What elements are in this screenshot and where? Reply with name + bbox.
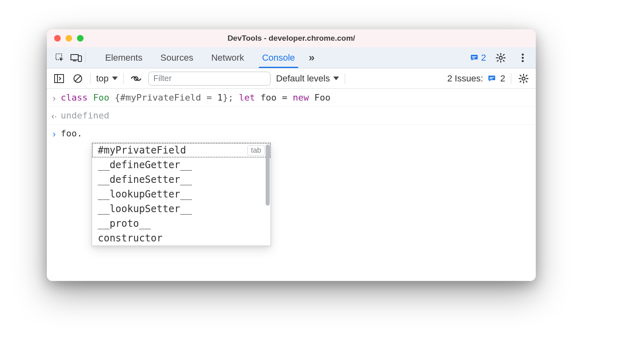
context-label: top: [96, 73, 109, 84]
svg-rect-4: [472, 56, 476, 57]
tab-hint: tab: [247, 145, 265, 156]
code-token: 1: [217, 92, 222, 103]
svg-rect-3: [78, 56, 81, 61]
autocomplete-item[interactable]: __lookupSetter__: [92, 202, 271, 216]
chat-icon: [470, 53, 479, 62]
window-title: DevTools - developer.chrome.com/: [47, 34, 536, 43]
autocomplete-item-label: __defineGetter__: [98, 159, 192, 171]
separator: [85, 53, 86, 63]
code-token: let: [239, 92, 260, 103]
chat-icon: [487, 74, 496, 83]
code-token: };: [222, 92, 239, 103]
autocomplete-item[interactable]: #myPrivateFieldtab: [92, 143, 271, 158]
separator: [123, 73, 124, 84]
svg-point-17: [522, 77, 525, 80]
chevron-down-icon: [112, 77, 118, 80]
autocomplete-item-label: #myPrivateField: [98, 145, 186, 156]
svg-rect-1: [71, 55, 78, 60]
console-subbar: top Default levels 2 Issues: 2: [47, 68, 536, 89]
svg-point-9: [522, 60, 524, 62]
device-toolbar-icon[interactable]: [69, 50, 84, 65]
devtools-window: DevTools - developer.chrome.com/ Element…: [47, 29, 536, 281]
autocomplete-item-label: __defineSetter__: [98, 174, 192, 185]
window-titlebar: DevTools - developer.chrome.com/: [47, 29, 536, 47]
console-result-row: ‹· undefined: [47, 107, 536, 125]
output-chevron-icon: ‹·: [50, 109, 58, 123]
autocomplete-item[interactable]: constructor: [92, 231, 271, 246]
code-line: class Foo {#myPrivateField = 1}; let foo…: [61, 90, 330, 105]
settings-icon[interactable]: [493, 50, 508, 65]
code-token: {#myPrivateField =: [114, 92, 217, 103]
panel-tabs: Elements Sources Network Console »: [96, 47, 319, 68]
console-settings-icon[interactable]: [517, 72, 530, 85]
log-levels-selector[interactable]: Default levels: [276, 73, 339, 84]
kebab-menu-icon[interactable]: [515, 50, 530, 65]
autocomplete-popup: #myPrivateFieldtab__defineGetter____defi…: [92, 143, 271, 246]
autocomplete-item[interactable]: __lookupGetter__: [92, 187, 271, 202]
clear-console-icon[interactable]: [71, 72, 84, 85]
prompt-text: foo.: [61, 126, 82, 140]
autocomplete-item[interactable]: __defineSetter__: [92, 172, 271, 187]
result-value: undefined: [61, 108, 109, 123]
levels-label: Default levels: [276, 73, 330, 84]
console-prompt-row[interactable]: › foo.: [47, 125, 536, 142]
autocomplete-list: #myPrivateFieldtab__defineGetter____defi…: [92, 143, 271, 246]
svg-rect-5: [472, 57, 475, 58]
filter-input[interactable]: [148, 72, 271, 86]
tab-label: Console: [262, 53, 295, 63]
svg-rect-10: [55, 75, 64, 83]
messages-count: 2: [481, 53, 486, 63]
svg-rect-15: [489, 77, 494, 78]
code-token: class: [61, 92, 93, 103]
tab-label: Elements: [105, 53, 143, 63]
live-expression-icon[interactable]: [130, 72, 143, 85]
main-toolbar: Elements Sources Network Console » 2: [47, 47, 536, 68]
code-token: new: [293, 92, 315, 103]
toolbar-right: 2: [470, 50, 530, 65]
more-tabs-button[interactable]: »: [304, 47, 319, 68]
autocomplete-item[interactable]: __defineGetter__: [92, 158, 271, 172]
console-input-row: › class Foo {#myPrivateField = 1}; let f…: [47, 89, 536, 107]
autocomplete-item-label: __proto__: [98, 218, 151, 229]
tab-network[interactable]: Network: [202, 47, 253, 68]
input-chevron-icon: ›: [50, 91, 58, 105]
tab-elements[interactable]: Elements: [96, 47, 152, 68]
autocomplete-item[interactable]: __proto__: [92, 216, 271, 231]
autocomplete-item-label: __lookupSetter__: [98, 203, 192, 215]
code-token: foo =: [260, 92, 293, 103]
svg-point-7: [522, 53, 524, 55]
autocomplete-item-label: __lookupGetter__: [98, 189, 192, 200]
issues-label: 2 Issues:: [447, 73, 483, 84]
code-token: Foo: [315, 92, 331, 103]
svg-rect-16: [489, 78, 492, 79]
issues-count: 2: [500, 73, 505, 84]
svg-rect-2: [73, 60, 76, 61]
svg-point-6: [499, 56, 502, 59]
issues-button[interactable]: 2 Issues: 2: [447, 73, 505, 84]
tab-sources[interactable]: Sources: [152, 47, 202, 68]
autocomplete-item-label: constructor: [98, 232, 163, 244]
separator: [90, 73, 90, 84]
svg-point-8: [522, 57, 524, 59]
context-selector[interactable]: top: [96, 73, 118, 84]
tab-label: Sources: [161, 53, 194, 63]
svg-line-13: [75, 76, 81, 81]
tab-label: Network: [211, 53, 244, 63]
tab-console[interactable]: Console: [253, 47, 304, 68]
code-token: Foo: [93, 92, 114, 103]
separator: [511, 73, 511, 84]
separator: [345, 73, 345, 84]
chevron-down-icon: [333, 77, 339, 80]
scrollbar[interactable]: [266, 145, 270, 206]
sidebar-toggle-icon[interactable]: [53, 72, 66, 85]
prompt-chevron-icon: ›: [50, 127, 58, 141]
messages-button[interactable]: 2: [470, 53, 486, 63]
inspect-element-icon[interactable]: [53, 50, 67, 65]
console-body: › class Foo {#myPrivateField = 1}; let f…: [47, 89, 536, 281]
